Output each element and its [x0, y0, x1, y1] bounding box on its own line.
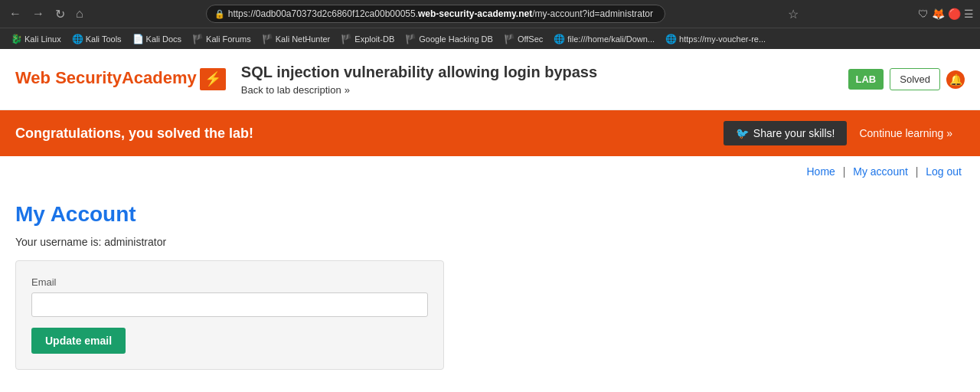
lab-badge: LAB [848, 69, 884, 90]
page-header: Web SecurityAcademy⚡ SQL injection vulne… [0, 49, 980, 110]
banner-message: Congratulations, you solved the lab! [15, 126, 253, 142]
continue-learning-link[interactable]: Continue learning » [847, 121, 965, 145]
offsec-icon: 🏴 [504, 34, 515, 44]
bookmark-kali-nethunter[interactable]: 🏴 Kali NetHunter [257, 32, 335, 46]
solved-badge: Solved [890, 68, 940, 90]
browser-extensions: 🛡 🦊 🔴 ☰ [918, 8, 974, 20]
nav-links: Home | My account | Log out [0, 156, 980, 187]
kali-nethunter-icon: 🏴 [262, 34, 273, 44]
banner-actions: 🐦 Share your skills! Continue learning » [724, 121, 965, 145]
bookmarks-bar: 🐉 Kali Linux 🌐 Kali Tools 📄 Kali Docs 🏴 … [0, 28, 980, 49]
lock-icon: 🔒 [214, 9, 225, 19]
header-badge-area: LAB Solved 🔔 [848, 68, 965, 90]
main-content: My Account Your username is: administrat… [0, 187, 582, 392]
back-to-lab-link[interactable]: Back to lab description » [241, 84, 833, 96]
bookmark-exploit-db[interactable]: 🏴 Exploit-DB [336, 32, 399, 46]
bookmark-offsec[interactable]: 🏴 OffSec [499, 32, 547, 46]
username-display: Your username is: administrator [15, 236, 567, 248]
kali-linux-icon: 🐉 [11, 34, 22, 44]
nav-separator-1: | [843, 165, 846, 178]
browser-menu-icon[interactable]: ☰ [964, 8, 974, 20]
logo-badge: ⚡ [200, 68, 226, 91]
bookmark-kali-forums[interactable]: 🏴 Kali Forums [188, 32, 256, 46]
google-hacking-icon: 🏴 [405, 34, 416, 44]
page-title: My Account [15, 202, 567, 227]
logo[interactable]: Web SecurityAcademy⚡ [15, 68, 226, 91]
kali-tools-icon: 🌐 [72, 34, 83, 44]
browser-chrome: ← → ↻ ⌂ 🔒 https://0adb00a70373d2c6860f12… [0, 0, 980, 28]
update-email-button[interactable]: Update email [31, 328, 126, 354]
share-button[interactable]: 🐦 Share your skills! [724, 121, 848, 145]
kali-docs-icon: 📄 [132, 34, 144, 44]
nav-forward-button[interactable]: → [29, 5, 47, 22]
email-input[interactable] [31, 292, 428, 317]
bookmark-star-icon[interactable]: ☆ [788, 7, 799, 21]
nav-refresh-button[interactable]: ↻ [52, 5, 68, 23]
extension-icon-2[interactable]: 🦊 [932, 8, 945, 20]
voucher-icon: 🌐 [665, 34, 677, 44]
bookmark-kali-linux[interactable]: 🐉 Kali Linux [6, 32, 66, 46]
url-display: https://0adb00a70373d2c6860f12ca00b00055… [228, 8, 653, 19]
home-nav-link[interactable]: Home [806, 165, 835, 178]
logo-area: Web SecurityAcademy⚡ [15, 68, 226, 91]
email-label: Email [31, 276, 428, 288]
file-icon: 🌐 [554, 34, 565, 44]
my-account-nav-link[interactable]: My account [853, 165, 908, 178]
kali-forums-icon: 🏴 [192, 34, 204, 44]
extension-icon-1[interactable]: 🛡 [918, 8, 929, 20]
notification-bell-icon[interactable]: 🔔 [946, 70, 965, 89]
bookmark-google-hacking[interactable]: 🏴 Google Hacking DB [400, 32, 498, 46]
update-email-form: Email Update email [15, 260, 444, 370]
bookmark-kali-tools[interactable]: 🌐 Kali Tools [67, 32, 126, 46]
bookmark-kali-docs[interactable]: 📄 Kali Docs [128, 32, 186, 46]
nav-back-button[interactable]: ← [6, 5, 24, 22]
congratulations-banner: Congratulations, you solved the lab! 🐦 S… [0, 110, 980, 156]
nav-home-button[interactable]: ⌂ [73, 5, 87, 22]
address-bar[interactable]: 🔒 https://0adb00a70373d2c6860f12ca00b000… [206, 5, 665, 23]
twitter-icon: 🐦 [736, 127, 749, 139]
lab-title: SQL injection vulnerability allowing log… [241, 64, 833, 81]
header-content: SQL injection vulnerability allowing log… [241, 64, 833, 96]
logout-nav-link[interactable]: Log out [926, 165, 962, 178]
logo-text: Web SecurityAcademy⚡ [15, 68, 226, 91]
exploit-db-icon: 🏴 [341, 34, 352, 44]
bookmark-voucher[interactable]: 🌐 https://my-voucher-re... [661, 32, 770, 46]
bookmark-file[interactable]: 🌐 file:///home/kali/Down... [549, 32, 659, 46]
nav-separator-2: | [916, 165, 919, 178]
extension-icon-3[interactable]: 🔴 [948, 8, 961, 20]
